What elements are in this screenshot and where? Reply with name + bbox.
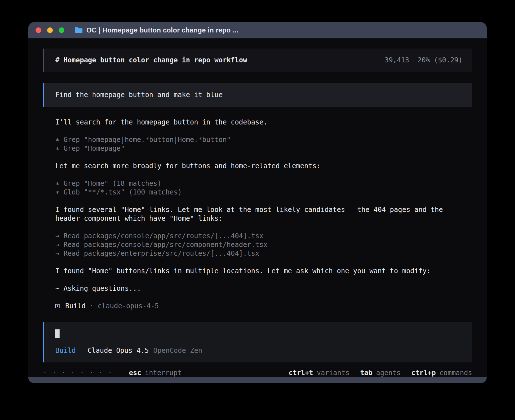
token-count: 39,413 xyxy=(385,56,409,65)
file-read-line: → Read packages/enterprise/src/routes/[.… xyxy=(55,249,466,258)
shortcut-key: tab xyxy=(360,369,372,377)
context-usage: 20% ($0.29) xyxy=(418,56,462,65)
window-title: OC | Homepage button color change in rep… xyxy=(86,26,238,34)
assistant-text: I found several "Home" links. Let me loo… xyxy=(55,205,466,223)
window-bottom-edge xyxy=(28,377,487,383)
status-bar: · · · · · · · · esc interrupt ctrl+t var… xyxy=(43,369,472,377)
shortcut-label: commands xyxy=(439,369,472,377)
session-title: # Homepage button color change in repo w… xyxy=(55,56,247,65)
folder-icon xyxy=(75,27,82,33)
shortcut-agents: tab agents xyxy=(360,369,401,377)
separator-dot: · xyxy=(90,302,93,310)
agent-model: claude-opus-4-5 xyxy=(98,302,159,310)
shortcut-label: variants xyxy=(317,369,350,377)
file-read-line: → Read packages/console/app/src/componen… xyxy=(55,240,466,249)
assistant-text: I'll search for the homepage button in t… xyxy=(55,118,466,127)
input-mode-label: Build xyxy=(55,346,76,355)
agent-name: Build xyxy=(65,302,86,310)
user-message-block: Find the homepage button and make it blu… xyxy=(43,83,472,107)
shortcut-commands: ctrl+p commands xyxy=(411,369,472,377)
build-agent-icon xyxy=(55,304,60,308)
session-stats: 39,413 20% ($0.29) xyxy=(385,56,462,65)
shortcut-key: ctrl+t xyxy=(289,369,313,377)
file-read-line: → Read packages/console/app/src/routes/[… xyxy=(55,232,466,240)
tool-call-glob: ∗ Glob "**/*.tsx" (100 matches) xyxy=(55,188,466,197)
user-message-text: Find the homepage button and make it blu… xyxy=(55,91,222,99)
input-model-label: Claude Opus 4.5 xyxy=(88,346,149,355)
session-header: # Homepage button color change in repo w… xyxy=(43,49,472,72)
shortcut-label: agents xyxy=(376,369,401,377)
status-line: ~ Asking questions... xyxy=(55,284,466,293)
shortcut-interrupt: esc interrupt xyxy=(129,369,182,377)
agent-status-line: Build · claude-opus-4-5 xyxy=(55,302,466,310)
shortcut-label: interrupt xyxy=(145,369,182,377)
shortcut-variants: ctrl+t variants xyxy=(289,369,349,377)
tool-call-grep: ∗ Grep "Home" (18 matches) xyxy=(55,179,466,188)
close-window-button[interactable] xyxy=(36,27,41,33)
zoom-window-button[interactable] xyxy=(59,27,64,33)
conversation: I'll search for the homepage button in t… xyxy=(43,118,472,310)
terminal-window: OC | Homepage button color change in rep… xyxy=(28,22,487,383)
text-cursor xyxy=(55,329,60,338)
minimize-window-button[interactable] xyxy=(47,27,53,33)
assistant-text: Let me search more broadly for buttons a… xyxy=(55,162,466,170)
tool-call-grep: ∗ Grep "Homepage" xyxy=(55,144,466,153)
shortcut-key: esc xyxy=(129,369,141,377)
input-provider-label: OpenCode Zen xyxy=(153,346,202,355)
status-bar-right: ctrl+t variants tab agents ctrl+p comman… xyxy=(289,369,472,377)
prompt-input[interactable]: Build Claude Opus 4.5 OpenCode Zen xyxy=(43,322,472,362)
terminal-content: # Homepage button color change in repo w… xyxy=(28,38,487,377)
window-titlebar[interactable]: OC | Homepage button color change in rep… xyxy=(28,22,487,38)
assistant-text: I found "Home" buttons/links in multiple… xyxy=(55,267,466,275)
input-meta: Build Claude Opus 4.5 OpenCode Zen xyxy=(55,346,462,355)
shortcut-key: ctrl+p xyxy=(411,369,436,377)
traffic-lights xyxy=(36,27,70,33)
tool-call-grep: ∗ Grep "homepage|home.*button|Home.*butt… xyxy=(55,135,466,144)
spinner-dots: · · · · · · · · xyxy=(43,369,113,377)
